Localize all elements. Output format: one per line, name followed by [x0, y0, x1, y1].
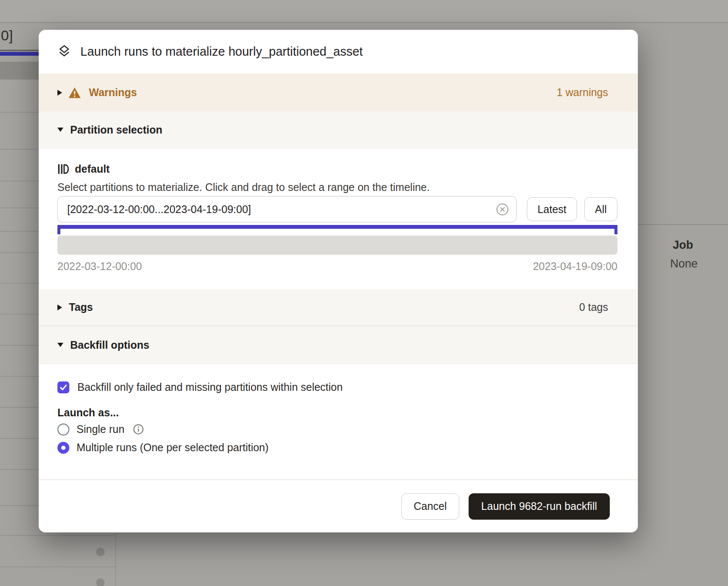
partition-range-input-wrap	[57, 196, 517, 222]
warning-triangle-icon	[68, 87, 81, 99]
chevron-right-icon	[57, 90, 62, 96]
warnings-label: Warnings	[89, 86, 137, 99]
multiple-runs-label: Multiple runs (One per selected partitio…	[77, 441, 269, 454]
partition-selection-body: default Select partitions to materialize…	[39, 148, 638, 289]
partition-selection-toggle[interactable]: Partition selection	[39, 111, 638, 148]
tags-header: Tags	[69, 301, 93, 313]
tags-count-badge: 0 tags	[579, 301, 608, 313]
dialog-footer: Cancel Launch 9682-run backfill	[39, 479, 638, 532]
single-run-label: Single run	[77, 423, 125, 435]
launch-backfill-dialog: Launch runs to materialize hourly_partit…	[39, 30, 638, 532]
chevron-right-icon	[57, 304, 62, 310]
radio-unselected-icon	[57, 424, 69, 435]
partition-range-input[interactable]	[57, 196, 517, 222]
clear-selection-icon[interactable]	[496, 203, 509, 216]
chevron-down-icon	[57, 128, 63, 132]
info-icon[interactable]	[133, 424, 144, 435]
chevron-down-icon	[57, 343, 63, 347]
backfill-options-header: Backfill options	[70, 339, 149, 351]
backfill-options-toggle[interactable]: Backfill options	[39, 326, 638, 364]
partition-dimension-row: default	[57, 163, 617, 175]
partition-selection-header: Partition selection	[70, 124, 162, 136]
latest-button[interactable]: Latest	[527, 197, 577, 221]
timeline-date-labels: 2022-03-12-00:00 2023-04-19-09:00	[57, 260, 617, 273]
backfill-only-failed-checkbox[interactable]: Backfill only failed and missing partiti…	[57, 381, 617, 393]
materialize-layers-icon	[57, 44, 71, 60]
backfill-options-body: Backfill only failed and missing partiti…	[39, 364, 638, 479]
dialog-header: Launch runs to materialize hourly_partit…	[39, 30, 638, 74]
timeline-partitions-bar[interactable]	[57, 236, 617, 255]
timeline-end-label: 2023-04-19-09:00	[533, 260, 617, 273]
partition-set-icon	[57, 163, 69, 175]
multiple-runs-radio[interactable]: Multiple runs (One per selected partitio…	[57, 441, 617, 454]
partition-timeline[interactable]	[57, 225, 617, 255]
single-run-radio[interactable]: Single run	[57, 423, 617, 435]
all-button[interactable]: All	[584, 197, 617, 221]
partition-dimension-name: default	[75, 163, 110, 175]
warnings-count-badge: 1 warnings	[557, 86, 608, 99]
radio-selected-icon	[57, 442, 69, 454]
partition-helper-text: Select partitions to materialize. Click …	[57, 180, 617, 194]
checkbox-checked-icon	[57, 381, 69, 393]
timeline-start-label: 2022-03-12-00:00	[57, 260, 142, 273]
tags-section-toggle[interactable]: Tags 0 tags	[39, 289, 638, 326]
launch-as-label: Launch as...	[57, 407, 617, 419]
checkbox-label: Backfill only failed and missing partiti…	[77, 381, 343, 393]
launch-backfill-button[interactable]: Launch 9682-run backfill	[469, 493, 610, 520]
warnings-section-toggle[interactable]: Warnings 1 warnings	[39, 74, 638, 111]
cancel-button[interactable]: Cancel	[401, 493, 459, 520]
timeline-selection-range[interactable]	[57, 225, 617, 229]
dialog-title: Launch runs to materialize hourly_partit…	[80, 45, 363, 59]
partition-range-row: Latest All	[57, 196, 617, 222]
